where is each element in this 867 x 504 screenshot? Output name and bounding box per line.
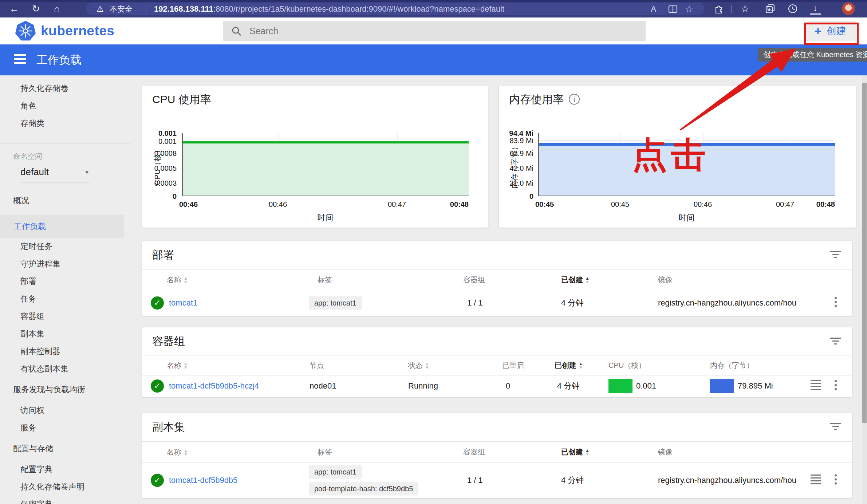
cpu-usage-value: 0.001 [636, 381, 656, 391]
mem-xtick: 00:45 [535, 200, 554, 209]
scrollbar-thumb[interactable] [862, 83, 867, 423]
col-header-node: 节点 [310, 361, 324, 370]
sidebar-item-persistent-volume-claims[interactable]: 持久化存储卷声明 [0, 478, 131, 496]
kubernetes-logo-icon[interactable] [15, 21, 36, 41]
favorites-star-icon[interactable]: ☆ [741, 4, 749, 14]
status-ok-icon: ✓ [151, 379, 164, 393]
mem-ytick: 62.9 Mi [499, 149, 533, 158]
replicaset-name-link[interactable]: tomcat1-dcf5b9db5 [169, 476, 237, 485]
col-header-created[interactable]: 已创建▲▼ [561, 447, 590, 457]
mem-ytick: 83.9 Mi [499, 137, 533, 145]
col-header-pods: 容器组 [463, 275, 485, 285]
row-menu-kebab-icon[interactable] [835, 380, 837, 392]
refresh-icon[interactable]: ↻ [32, 4, 40, 13]
col-header-name[interactable]: 名称▲▼ [167, 275, 188, 285]
namespace-label: 命名空间 [0, 151, 131, 161]
replicasets-title: 副本集 [152, 420, 185, 435]
pod-created-age: 4 分钟 [557, 381, 580, 391]
sidebar-item-ingresses[interactable]: 访问权 [0, 402, 131, 419]
cpu-xtick: 00:46 [179, 200, 198, 209]
memory-usage-value: 79.895 Mi [738, 381, 773, 391]
sidebar-item-storage-classes[interactable]: 存储类 [0, 115, 131, 132]
replicasets-card: 副本集 名称▲▼ 标签 容器组 已创建▲▼ 镜像 ✓ tomcat1-dcf5b… [142, 413, 852, 498]
sidebar-item-config-maps[interactable]: 配置字典 [0, 461, 131, 478]
filter-icon[interactable] [830, 338, 841, 346]
pod-logs-icon[interactable] [811, 380, 821, 392]
replicaset-logs-icon[interactable] [811, 475, 821, 486]
sidebar-item-cron-jobs[interactable]: 定时任务 [0, 238, 131, 255]
label-chips: app: tomcat1 pod-template-hash: dcf5b9db… [309, 465, 418, 495]
mem-ytick: 0 [499, 192, 533, 201]
sidebar-item-overview[interactable]: 概况 [0, 192, 131, 209]
cpu-series-area [183, 141, 469, 196]
sidebar-item-workloads-selected[interactable]: 工作负载 [0, 215, 124, 238]
sidebar-item-roles[interactable]: 角色 [0, 97, 131, 115]
sidebar-item-services[interactable]: 服务 [0, 419, 131, 437]
not-secure-warning-icon: ⚠ [96, 4, 104, 14]
mem-xtick: 00:48 [816, 200, 835, 209]
cpu-card-header: CPU 使用率 [142, 86, 488, 113]
table-row[interactable]: ✓ tomcat1 app: tomcat1 1 / 1 4 分钟 regist… [142, 290, 852, 315]
menu-hamburger-icon[interactable] [14, 54, 26, 65]
downloads-icon[interactable]: ↓ [810, 3, 821, 15]
sidebar-item-daemon-sets[interactable]: 守护进程集 [0, 255, 131, 273]
page-scrollbar[interactable] [862, 75, 867, 504]
page-title: 工作负载 [36, 52, 82, 68]
home-icon[interactable]: ⌂ [54, 4, 60, 13]
sidebar-section-config-storage: 配置与存储 [0, 440, 131, 457]
image-name: registry.cn-hangzhou.aliyuncs.com/hou [658, 476, 796, 485]
sidebar-item-secrets[interactable]: 保密字典 [0, 496, 131, 504]
sidebar-item-pods[interactable]: 容器组 [0, 308, 131, 325]
col-header-created[interactable]: 已创建▲▼ [561, 275, 590, 285]
row-menu-kebab-icon[interactable] [835, 297, 837, 309]
sidebar-item-replica-sets[interactable]: 副本集 [0, 325, 131, 343]
create-tooltip: 创建应用或任意 Kubernetes 资源 [758, 48, 867, 62]
read-aloud-icon[interactable]: A [651, 4, 656, 14]
info-icon[interactable]: i [569, 94, 580, 105]
history-clock-icon[interactable] [787, 3, 798, 14]
pod-status: Running [408, 381, 438, 391]
table-row[interactable]: ✓ tomcat1-dcf5b9db5 app: tomcat1 pod-tem… [142, 462, 852, 498]
not-secure-label[interactable]: 不安全 [110, 4, 133, 14]
address-bar[interactable]: ⚠ 不安全 192.168.138.111:8080/r/projects/1a… [86, 3, 705, 15]
profile-avatar[interactable] [842, 2, 855, 15]
collections-icon[interactable] [765, 3, 776, 14]
created-age: 4 分钟 [561, 298, 584, 308]
sidebar-item-persistent-volumes[interactable]: 持久化存储卷 [0, 80, 131, 97]
col-header-created[interactable]: 已创建▲▼ [555, 361, 583, 370]
cpu-ytick: 0 [142, 192, 177, 201]
filter-icon[interactable] [830, 251, 841, 260]
col-header-name[interactable]: 名称▲▼ [167, 361, 188, 370]
sidebar-item-stateful-sets[interactable]: 有状态副本集 [0, 360, 131, 378]
table-row[interactable]: ✓ tomcat1-dcf5b9db5-hczj4 node01 Running… [142, 375, 852, 397]
red-highlight-rectangle [804, 23, 859, 45]
namespace-select[interactable]: default ▼ [20, 166, 90, 182]
sidebar-item-deployments[interactable]: 部署 [0, 273, 131, 290]
url-host: 192.168.138.111 [154, 4, 213, 13]
deployment-name-link[interactable]: tomcat1 [169, 298, 197, 308]
memory-x-axis-label: 时间 [538, 212, 835, 223]
col-header-name[interactable]: 名称▲▼ [167, 447, 188, 457]
search-input[interactable] [249, 21, 635, 41]
add-favorite-star-icon[interactable]: ☆ [685, 3, 693, 15]
extensions-puzzle-icon[interactable] [714, 3, 725, 14]
search-bar[interactable] [223, 21, 646, 41]
back-icon[interactable]: ← [9, 4, 19, 13]
cpu-ytick: 0.001 [142, 129, 177, 138]
pods-count: 1 / 1 [467, 476, 483, 485]
image-name: registry.cn-hangzhou.aliyuncs.com/hou [658, 298, 796, 308]
col-header-status[interactable]: 状态▲▼ [408, 361, 429, 370]
split-screen-icon[interactable] [667, 4, 678, 15]
app-title-bar: 工作负载 [0, 44, 867, 75]
url-text[interactable]: 192.168.138.111:8080/r/projects/1a5/kube… [154, 4, 504, 14]
label-chip: app: tomcat1 [309, 296, 362, 310]
row-menu-kebab-icon[interactable] [835, 474, 837, 486]
sidebar-item-jobs[interactable]: 任务 [0, 290, 131, 308]
deployments-card: 部署 名称▲▼ 标签 容器组 已创建▲▼ 镜像 ✓ tomcat1 app: t… [142, 241, 852, 316]
filter-icon[interactable] [830, 423, 841, 432]
pod-name-link[interactable]: tomcat1-dcf5b9db5-hczj4 [169, 381, 259, 391]
sidebar-item-replication-controllers[interactable]: 副本控制器 [0, 343, 131, 360]
logo-text[interactable]: kubernetes [41, 23, 114, 39]
col-header-labels: 标签 [318, 275, 332, 285]
cpu-xtick: 00:48 [450, 200, 469, 209]
